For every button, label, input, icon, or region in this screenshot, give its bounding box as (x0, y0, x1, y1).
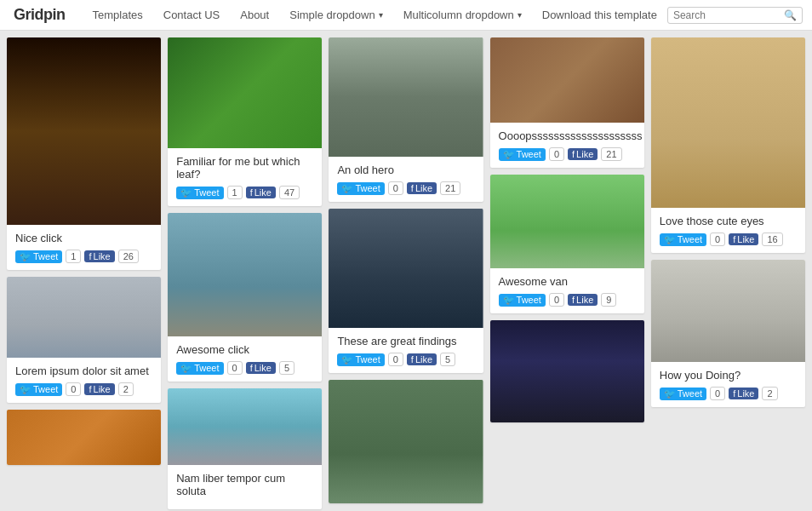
tweet-count: 1 (66, 250, 81, 263)
card-grid: Nice click 🐦 Tweet 1 f Like 26 Lorem ips… (0, 31, 812, 511)
like-button[interactable]: f Like (246, 187, 276, 198)
card-title: How you Doing? (660, 369, 797, 382)
card-beach: Nam liber tempor cum soluta (168, 388, 322, 509)
card-image (329, 209, 483, 328)
card-image (329, 37, 483, 157)
card-image-bg (490, 37, 644, 123)
like-count: 2 (118, 382, 134, 396)
social-row: 🐦 Tweet 1 f Like 47 (176, 186, 313, 199)
twitter-icon: 🐦 (664, 234, 676, 245)
card-image-bg (490, 175, 644, 268)
like-count: 9 (601, 293, 616, 307)
like-button[interactable]: f Like (84, 383, 114, 395)
facebook-icon: f (572, 295, 575, 305)
card-body: Awesome van 🐦 Tweet 0 f Like 9 (490, 268, 644, 313)
card-image-bg (168, 213, 322, 336)
social-row: 🐦 Tweet 0 f Like 21 (337, 181, 474, 195)
facebook-icon: f (411, 354, 414, 365)
facebook-icon: f (89, 251, 91, 261)
like-button[interactable]: f Like (246, 362, 276, 374)
search-input[interactable] (673, 9, 784, 21)
like-button[interactable]: f Like (84, 250, 114, 262)
twitter-icon: 🐦 (20, 384, 31, 395)
card-title: These are great findings (337, 335, 474, 347)
tweet-count: 0 (710, 233, 725, 246)
card-title: Nice click (15, 232, 152, 244)
card-title: Awesome van (499, 275, 636, 288)
like-button[interactable]: f Like (729, 388, 758, 399)
card-citynight2 (490, 320, 644, 422)
tweet-button[interactable]: 🐦 Tweet (660, 388, 706, 400)
social-row: 🐦 Tweet 0 f Like 5 (337, 353, 474, 366)
card-body: Oooopssssssssssssssssssss 🐦 Tweet 0 f Li… (490, 123, 644, 168)
nav-simple-dropdown[interactable]: Simple dropdown ▾ (279, 0, 392, 31)
nav-multicolumn-dropdown[interactable]: Multicolumn dropdown ▾ (393, 0, 532, 31)
search-icon: 🔍 (784, 9, 797, 21)
chevron-down-icon: ▾ (379, 0, 383, 31)
social-row: 🐦 Tweet 0 f Like 2 (660, 387, 797, 400)
like-count: 21 (440, 181, 460, 195)
tweet-button[interactable]: 🐦 Tweet (499, 294, 546, 307)
nav-contact[interactable]: Contact US (153, 0, 230, 31)
like-count: 26 (118, 250, 139, 263)
card-body: How you Doing? 🐦 Tweet 0 f Like 2 (651, 362, 805, 407)
tweet-count: 0 (388, 353, 403, 366)
card-field (7, 410, 161, 465)
facebook-icon: f (733, 388, 735, 399)
social-row: 🐦 Tweet 0 f Like 16 (660, 233, 797, 246)
tweet-count: 0 (549, 147, 564, 161)
twitter-icon: 🐦 (503, 295, 515, 306)
card-body: Familiar for me but which leaf? 🐦 Tweet … (168, 148, 322, 206)
card-image-bg (651, 37, 805, 208)
nav-templates[interactable]: Templates (83, 0, 153, 31)
card-lorem-ipsum: Lorem ipsum dolor sit amet 🐦 Tweet 0 f L… (7, 277, 161, 403)
card-image-bg (168, 37, 322, 148)
facebook-icon: f (572, 149, 575, 159)
twitter-icon: 🐦 (180, 187, 192, 198)
like-button[interactable]: f Like (568, 294, 598, 306)
tweet-button[interactable]: 🐦 Tweet (337, 182, 384, 195)
tweet-button[interactable]: 🐦 Tweet (660, 233, 706, 246)
tweet-button[interactable]: 🐦 Tweet (176, 187, 223, 199)
card-oooops: Oooopssssssssssssssssssss 🐦 Tweet 0 f Li… (490, 37, 644, 168)
like-button[interactable]: f Like (407, 353, 437, 365)
card-image-bg (329, 380, 483, 503)
card-image (490, 320, 644, 422)
card-forest (329, 380, 483, 503)
like-count: 21 (601, 147, 621, 161)
card-cute-eyes: Love those cute eyes 🐦 Tweet 0 f Like 16 (651, 37, 805, 253)
card-body: Nice click 🐦 Tweet 1 f Like 26 (7, 225, 161, 270)
like-count: 2 (762, 387, 777, 400)
tweet-count: 1 (227, 186, 243, 199)
tweet-button[interactable]: 🐦 Tweet (337, 353, 384, 366)
card-image (329, 380, 483, 503)
card-image (7, 37, 161, 225)
card-image (651, 37, 805, 208)
tweet-button[interactable]: 🐦 Tweet (499, 148, 546, 161)
nav-about[interactable]: About (230, 0, 279, 31)
facebook-icon: f (89, 384, 91, 394)
like-button[interactable]: f Like (407, 182, 437, 194)
twitter-icon: 🐦 (664, 388, 676, 399)
card-image (168, 37, 322, 148)
facebook-icon: f (733, 234, 735, 244)
twitter-icon: 🐦 (180, 363, 192, 374)
nav-download[interactable]: Download this template (532, 0, 667, 31)
search-box: 🔍 (667, 7, 803, 24)
card-image-bg (7, 37, 161, 225)
like-button[interactable]: f Like (568, 148, 598, 160)
social-row: 🐦 Tweet 1 f Like 26 (15, 250, 152, 263)
tweet-count: 0 (388, 181, 403, 195)
card-title: Lorem ipsum dolor sit amet (15, 365, 152, 377)
card-title: Oooopssssssssssssssssssss (499, 129, 636, 142)
navbar: Gridpin Templates Contact US About Simpl… (0, 0, 812, 31)
nav-items: Templates Contact US About Simple dropdo… (83, 0, 667, 31)
facebook-icon: f (250, 363, 253, 373)
like-count: 5 (440, 353, 455, 366)
tweet-count: 0 (549, 293, 564, 307)
tweet-button[interactable]: 🐦 Tweet (15, 250, 62, 263)
tweet-button[interactable]: 🐦 Tweet (176, 362, 223, 375)
tweet-button[interactable]: 🐦 Tweet (15, 383, 62, 396)
facebook-icon: f (411, 183, 414, 193)
like-button[interactable]: f Like (729, 233, 758, 245)
